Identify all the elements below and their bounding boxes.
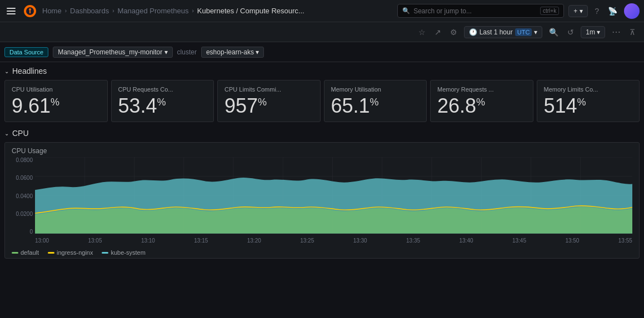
metric-card-1: CPU Requests Co... 53.4% bbox=[111, 80, 214, 122]
legend-item-ingress: ingress-nginx bbox=[48, 249, 93, 256]
y-label-2: 0.0400 bbox=[16, 193, 33, 199]
breadcrumb-home[interactable]: Home bbox=[42, 7, 62, 15]
more-button[interactable]: ⋯ bbox=[610, 24, 623, 39]
metric-card-2: CPU Limits Commi... 957% bbox=[217, 80, 321, 122]
grafana-logo[interactable] bbox=[22, 3, 38, 19]
x-label-1: 13:05 bbox=[88, 238, 102, 244]
headlines-section-header[interactable]: ⌄ Headlines bbox=[4, 67, 640, 75]
collapse-all-button[interactable]: ⊼ bbox=[627, 26, 637, 39]
y-label-1: 0.0600 bbox=[16, 175, 33, 181]
filter-bar: Data Source Managed_Prometheus_my-monito… bbox=[0, 42, 644, 62]
metric-title-1: CPU Requests Co... bbox=[118, 86, 207, 93]
metric-card-3: Memory Utilisation 65.1% bbox=[324, 80, 427, 122]
search-icon: 🔍 bbox=[402, 7, 410, 14]
metric-value-2: 957% bbox=[224, 96, 313, 116]
share-button[interactable]: ↗ bbox=[432, 26, 443, 39]
x-label-0: 13:00 bbox=[35, 238, 49, 244]
chart-legend: default ingress-nginx kube-system bbox=[12, 249, 632, 256]
data-source-select[interactable]: Managed_Prometheus_my-monitor ▾ bbox=[53, 47, 172, 58]
interval-picker[interactable]: 1m ▾ bbox=[581, 26, 605, 38]
metric-value-1: 53.4% bbox=[118, 96, 207, 116]
metric-title-5: Memory Limits Co... bbox=[544, 86, 633, 93]
cluster-select[interactable]: eshop-learn-aks ▾ bbox=[201, 47, 264, 58]
chart-y-labels: 0.0800 0.0600 0.0400 0.0200 0 bbox=[12, 157, 35, 235]
metric-card-0: CPU Utilisation 9.61% bbox=[4, 80, 108, 122]
metric-title-4: Memory Requests ... bbox=[437, 86, 526, 93]
metric-card-5: Memory Limits Co... 514% bbox=[537, 80, 640, 122]
svg-point-2 bbox=[29, 8, 31, 11]
metric-title-3: Memory Utilisation bbox=[331, 86, 420, 93]
refresh-button[interactable]: ↺ bbox=[565, 26, 576, 39]
legend-item-default: default bbox=[12, 249, 39, 256]
data-source-value: Managed_Prometheus_my-monitor ▾ bbox=[58, 48, 167, 56]
settings-button[interactable]: ⚙ bbox=[448, 26, 460, 39]
breadcrumb-current: Kubernetes / Compute Resourc... bbox=[197, 7, 304, 15]
x-label-7: 13:35 bbox=[406, 238, 420, 244]
breadcrumb-sep-2: › bbox=[112, 8, 114, 14]
breadcrumb: Home › Dashboards › Managed Prometheus ›… bbox=[42, 7, 393, 15]
top-nav: Home › Dashboards › Managed Prometheus ›… bbox=[0, 0, 644, 22]
breadcrumb-sep-3: › bbox=[192, 8, 193, 14]
search-placeholder: Search or jump to... bbox=[413, 7, 472, 15]
cpu-collapse-icon: ⌄ bbox=[4, 130, 9, 137]
hamburger-menu[interactable] bbox=[4, 6, 18, 17]
chevron-down-icon: ▾ bbox=[580, 7, 583, 15]
chevron-down-icon: ▾ bbox=[597, 28, 600, 36]
help-button[interactable]: ? bbox=[592, 4, 601, 18]
chevron-down-icon: ▾ bbox=[534, 28, 537, 36]
y-label-4: 0 bbox=[29, 229, 33, 235]
utc-badge: UTC bbox=[515, 28, 532, 36]
legend-dot-default bbox=[12, 252, 18, 254]
x-label-9: 13:45 bbox=[512, 238, 526, 244]
legend-label-kube-system: kube-system bbox=[111, 249, 145, 256]
metric-value-3: 65.1% bbox=[331, 96, 420, 116]
legend-dot-ingress bbox=[48, 252, 54, 254]
svg-rect-3 bbox=[29, 11, 31, 13]
x-label-4: 13:20 bbox=[247, 238, 261, 244]
breadcrumb-managed-prometheus[interactable]: Managed Prometheus bbox=[117, 7, 188, 15]
breadcrumb-dashboards[interactable]: Dashboards bbox=[70, 7, 109, 15]
breadcrumb-sep-1: › bbox=[65, 8, 67, 14]
legend-item-kube-system: kube-system bbox=[102, 249, 145, 256]
x-label-11: 13:55 bbox=[618, 238, 632, 244]
collapse-icon: ⌄ bbox=[4, 68, 9, 74]
cpu-section-header[interactable]: ⌄ CPU bbox=[4, 129, 640, 138]
dashboard-body: ⌄ Headlines CPU Utilisation 9.61% CPU Re… bbox=[0, 62, 644, 263]
chart-x-labels: 13:00 13:05 13:10 13:15 13:20 13:25 13:3… bbox=[35, 235, 632, 246]
search-bar[interactable]: 🔍 Search or jump to... ctrl+k bbox=[397, 4, 564, 18]
cpu-chart-title: CPU Usage bbox=[12, 147, 632, 155]
nav-right: + ▾ ? 📡 bbox=[568, 3, 640, 19]
metric-title-2: CPU Limits Commi... bbox=[224, 86, 313, 93]
legend-dot-kube-system bbox=[102, 252, 108, 254]
x-label-8: 13:40 bbox=[460, 238, 473, 244]
time-range-picker[interactable]: 🕐 Last 1 hour UTC ▾ bbox=[464, 26, 543, 38]
chart-container: 0.0800 0.0600 0.0400 0.0200 0 bbox=[12, 157, 632, 246]
interval-label: 1m bbox=[586, 28, 595, 36]
add-button[interactable]: + ▾ bbox=[568, 5, 588, 17]
metric-value-4: 26.8% bbox=[437, 96, 526, 116]
metric-value-5: 514% bbox=[544, 96, 633, 116]
zoom-out-button[interactable]: 🔍 bbox=[547, 26, 561, 39]
plus-icon: + bbox=[573, 7, 577, 15]
cluster-value: eshop-learn-aks ▾ bbox=[206, 48, 259, 56]
data-source-tag: Data Source bbox=[4, 47, 48, 57]
time-range-label: Last 1 hour bbox=[480, 28, 513, 36]
cpu-section-title: CPU bbox=[12, 129, 29, 138]
notifications-button[interactable]: 📡 bbox=[606, 4, 620, 18]
cpu-chart-card: CPU Usage 0.0800 0.0600 0.0400 0.0200 0 bbox=[4, 142, 640, 259]
headlines-title: Headlines bbox=[12, 67, 47, 75]
star-button[interactable]: ☆ bbox=[416, 26, 428, 39]
metric-title-0: CPU Utilisation bbox=[12, 86, 101, 93]
x-label-5: 13:25 bbox=[300, 238, 314, 244]
clock-icon: 🕐 bbox=[469, 28, 477, 36]
dashboard-toolbar: ☆ ↗ ⚙ 🕐 Last 1 hour UTC ▾ 🔍 ↺ 1m ▾ ⋯ ⊼ bbox=[0, 22, 644, 42]
cluster-label: cluster bbox=[177, 48, 197, 56]
x-label-6: 13:30 bbox=[353, 238, 367, 244]
user-avatar[interactable] bbox=[624, 3, 640, 19]
chart-svg-area bbox=[35, 157, 632, 235]
x-label-2: 13:10 bbox=[141, 238, 155, 244]
x-label-10: 13:50 bbox=[565, 238, 579, 244]
y-label-3: 0.0200 bbox=[16, 211, 33, 217]
legend-label-ingress: ingress-nginx bbox=[57, 249, 93, 256]
legend-label-default: default bbox=[21, 249, 39, 256]
